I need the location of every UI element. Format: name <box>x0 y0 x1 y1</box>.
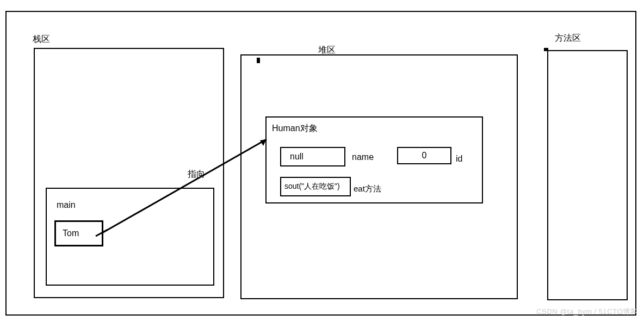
heap-object-title: Human对象 <box>272 123 318 134</box>
stack-var-tom-box: Tom <box>54 220 103 246</box>
method-eat-body: sout("人在吃饭") <box>284 182 340 192</box>
stack-area-title: 栈区 <box>33 34 50 45</box>
field-id-label: id <box>456 154 462 164</box>
method-eat-body-box: sout("人在吃饭") <box>280 177 351 196</box>
method-area-box <box>547 50 628 300</box>
method-area-mark-icon <box>544 48 548 51</box>
arrow-label: 指向 <box>188 169 205 180</box>
field-name-value: null <box>290 152 304 162</box>
heap-mark-icon <box>257 58 260 63</box>
method-area-title: 方法区 <box>555 33 581 44</box>
stack-var-tom-value: Tom <box>63 229 79 238</box>
field-name-label: name <box>352 152 374 162</box>
field-name-value-box: null <box>280 147 345 166</box>
stack-frame-main-label: main <box>57 200 76 210</box>
watermark-text: CSDN @ta_hym / 51CTO博客 <box>536 307 637 317</box>
field-id-value-box: 0 <box>397 147 451 164</box>
field-id-value: 0 <box>422 151 427 160</box>
method-eat-label: eat方法 <box>354 184 381 194</box>
diagram-canvas: 栈区 main Tom 堆区 Human对象 null name 0 id so… <box>0 0 644 321</box>
